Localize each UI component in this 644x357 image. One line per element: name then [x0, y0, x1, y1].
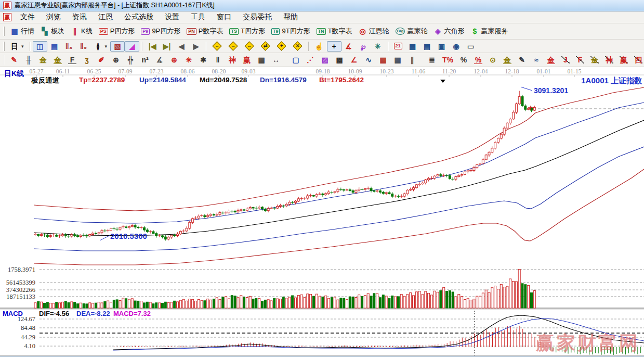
- tool-notes-button[interactable]: ▤: [420, 41, 435, 52]
- tool-ying-angle-button[interactable]: 赢: [616, 55, 631, 65]
- menu-item-trade-order[interactable]: 交易委托: [237, 11, 278, 23]
- sectors-button[interactable]: ▚板块: [37, 25, 68, 37]
- tool-gold-circle-button[interactable]: ⊙: [485, 55, 500, 65]
- wheel-sm-icon: ✳: [185, 56, 193, 63]
- tool-rect-tool-button[interactable]: ▢: [288, 55, 303, 65]
- menu-item-news[interactable]: 资讯: [67, 11, 93, 23]
- tool-compass-target-button[interactable]: ⊕: [167, 55, 181, 65]
- menu-item-tools[interactable]: 工具: [185, 11, 211, 23]
- tool-gold-red-button[interactable]: 金: [544, 55, 558, 66]
- tool-spiral-button[interactable]: ʒ: [80, 55, 94, 65]
- tool-pencil-tool-button[interactable]: ✎: [7, 55, 21, 65]
- t-square-button[interactable]: TST四方形: [226, 25, 268, 37]
- tool-save-button[interactable]: ▣: [435, 41, 449, 52]
- tool-tile-windows-button[interactable]: ◫: [33, 41, 47, 52]
- tool-info-document-button[interactable]: ▤: [47, 41, 62, 52]
- tool-zoom-in-h-button[interactable]: ⇄: [257, 40, 273, 52]
- tool-gann-tool-button[interactable]: ℘: [356, 41, 371, 52]
- p-number-table-button[interactable]: PNP数字表: [183, 25, 226, 37]
- tool-spider-web-button[interactable]: ✱: [196, 55, 211, 65]
- tool-first-page-button[interactable]: |◀: [145, 41, 160, 52]
- tool-pan-right-button[interactable]: →: [225, 40, 241, 52]
- tool-prev-bar-button[interactable]: ◀: [174, 41, 189, 52]
- tool-hash-grid-button[interactable]: ╬: [123, 55, 138, 65]
- hexagon-button[interactable]: ◈六角形: [430, 25, 467, 37]
- tool-brush-tool-button[interactable]: ✐: [94, 55, 109, 65]
- tool-shen-angle-button[interactable]: 神: [602, 55, 616, 65]
- tool-gold-lines-2-button[interactable]: 金: [50, 55, 65, 66]
- tool-wave-tool-button[interactable]: ∿: [361, 55, 376, 65]
- tool-j-angle-button[interactable]: J: [558, 55, 573, 65]
- tool-tick-marks-button[interactable]: ‖: [211, 55, 225, 65]
- tool-step-ruler-button[interactable]: ≣: [425, 55, 439, 65]
- tool-angle-a-button[interactable]: ∡: [152, 55, 167, 65]
- tool-color-peaks-button[interactable]: ◢: [125, 41, 139, 52]
- winner-service-button[interactable]: $赢家服务: [467, 25, 511, 37]
- tool-gold-lines-button[interactable]: 金: [36, 55, 50, 65]
- tool-ying-lines-button[interactable]: 赢: [240, 55, 254, 65]
- p-square-button[interactable]: PSP四方形: [96, 25, 138, 37]
- tool-grid-123-button[interactable]: ▦: [254, 55, 269, 65]
- market-quotes-button[interactable]: ▦行情: [7, 25, 37, 37]
- tool-t-percent-button[interactable]: T%: [439, 55, 456, 65]
- tool-bars-3-button[interactable]: ‖₃: [62, 41, 76, 52]
- tool-h-span-button[interactable]: ↔: [269, 55, 283, 65]
- 9p-square-button[interactable]: P99P四方形: [138, 25, 183, 37]
- tool-calculator-button[interactable]: ▦: [405, 41, 420, 52]
- tool-save-web-button[interactable]: ◉: [449, 41, 464, 52]
- tool-hand-tool-button[interactable]: ☝: [311, 41, 326, 52]
- tool-fractal-tool-button[interactable]: ✳: [371, 41, 385, 52]
- tool-time-lines-button[interactable]: ╫: [21, 55, 36, 65]
- spider-web-icon: ✱: [199, 56, 207, 63]
- tool-n-square-button[interactable]: n²: [138, 55, 152, 65]
- tool-angle-lines-button[interactable]: ∠: [347, 55, 361, 65]
- tool-pan-left-button[interactable]: ←: [209, 40, 225, 52]
- tool-dense-grid-button[interactable]: ▦: [376, 55, 390, 65]
- tool-percent-line-button[interactable]: %: [471, 55, 485, 66]
- price-axis-label: 1758.3971: [3, 266, 35, 274]
- tool-fan-lines-button[interactable]: ⋰: [303, 55, 318, 65]
- tool-dark-box-button[interactable]: ▩: [332, 55, 347, 65]
- tool-last-page-button[interactable]: ▶|: [160, 41, 174, 52]
- tool-si-angle-button[interactable]: 四: [631, 55, 644, 65]
- menu-item-help[interactable]: 帮助: [278, 11, 304, 23]
- tool-pattern-box-button[interactable]: ▧: [110, 41, 125, 52]
- tool-circle-grid-button[interactable]: ⊕: [109, 55, 123, 65]
- t-number-table-button[interactable]: TNT数字表: [313, 25, 356, 37]
- menu-item-file[interactable]: 文件: [15, 11, 41, 23]
- tool-bars-9-button[interactable]: ‖₉: [76, 41, 91, 52]
- kline-button[interactable]: ∥K线: [68, 25, 96, 37]
- tool-dense-grid-2-button[interactable]: ▦: [390, 55, 405, 65]
- tool-gold-flat-button[interactable]: 金: [500, 55, 515, 66]
- tool-zoom-out-h-button[interactable]: ↔: [241, 40, 257, 52]
- gann-wheel-button[interactable]: ◎江恩轮: [356, 25, 392, 37]
- tool-parallel-lines-button[interactable]: ∥: [405, 55, 419, 65]
- info-document-icon: ▤: [50, 43, 59, 50]
- tool-marker-pen-button[interactable]: ✎: [515, 55, 529, 65]
- winner-wheel-button[interactable]: Big赢家轮: [392, 25, 431, 37]
- tool-calendar-button[interactable]: 21: [391, 41, 405, 51]
- menu-item-formula-stock-pick[interactable]: 公式选股: [119, 11, 159, 23]
- tool-gold-angle-button[interactable]: 金: [587, 55, 602, 65]
- tool-percent-button[interactable]: %: [456, 55, 471, 65]
- tool-shen-lines-button[interactable]: 神: [225, 55, 240, 65]
- 9t-square-button[interactable]: T99T四方形: [268, 25, 313, 37]
- tool-next-bar-button[interactable]: ▶: [189, 41, 203, 52]
- menu-item-window[interactable]: 窗口: [211, 11, 237, 23]
- menu-item-browse[interactable]: 浏览: [41, 11, 67, 23]
- menu-item-settings[interactable]: 设置: [159, 11, 185, 23]
- date-tick-label: 07-09: [119, 68, 133, 74]
- tool-angle-tool-button[interactable]: ∡: [341, 41, 356, 52]
- tool-wheel-sm-button[interactable]: ✳: [181, 55, 196, 65]
- tool-f-lines-button[interactable]: F: [65, 55, 80, 66]
- tool-crosshair-tool-button[interactable]: +: [327, 41, 341, 52]
- tool-expand-all-button[interactable]: ✕: [290, 40, 306, 52]
- tool-print-button[interactable]: ▭: [464, 41, 478, 52]
- tool-compress-all-button[interactable]: +: [273, 40, 290, 52]
- tool-fan-box-button[interactable]: ▨: [318, 55, 332, 65]
- menu-item-gann[interactable]: 江恩: [93, 11, 119, 23]
- tool-period-day-button[interactable]: 日▾: [7, 41, 27, 52]
- tool-wave-amp-button[interactable]: ≈: [529, 55, 544, 65]
- tool-candle-style-button[interactable]: ≬▾: [91, 41, 111, 52]
- tool-f-angle-button[interactable]: F: [573, 55, 587, 65]
